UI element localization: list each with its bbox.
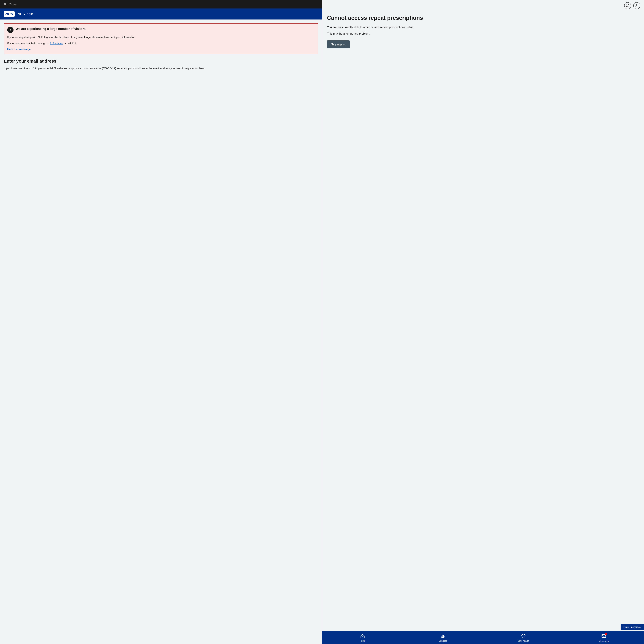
warning-body-2-suffix: or call 111. bbox=[63, 42, 77, 45]
left-panel: ✕ Close NHS NHS login ! We are experienc… bbox=[0, 0, 322, 644]
warning-icon: ! bbox=[7, 27, 14, 33]
svg-rect-6 bbox=[602, 634, 606, 638]
close-bar[interactable]: ✕ Close bbox=[0, 0, 322, 8]
services-icon bbox=[441, 634, 445, 639]
warning-title: We are experiencing a large number of vi… bbox=[16, 27, 86, 31]
help-icon bbox=[626, 4, 629, 7]
page-title: Cannot access repeat prescriptions bbox=[327, 14, 639, 21]
email-section-desc: If you have used the NHS App or other NH… bbox=[4, 66, 318, 70]
warning-body-1: If you are registering with NHS login fo… bbox=[7, 35, 314, 39]
nhs-header: NHS NHS login bbox=[0, 8, 322, 19]
profile-button[interactable] bbox=[633, 2, 640, 9]
nhs-logo: NHS bbox=[4, 11, 15, 17]
nhs111-link[interactable]: 111.nhs.uk bbox=[50, 42, 63, 45]
hide-message-link[interactable]: Hide this message bbox=[7, 48, 31, 51]
warning-body-2: If you need medical help now, go to 111.… bbox=[7, 42, 314, 46]
nav-messages-label: Messages bbox=[599, 640, 609, 642]
messages-badge bbox=[605, 633, 607, 635]
heart-icon bbox=[521, 634, 526, 639]
nav-home-label: Home bbox=[360, 640, 365, 642]
nav-item-home[interactable]: Home bbox=[322, 631, 403, 644]
help-button[interactable] bbox=[624, 2, 631, 9]
try-again-button[interactable]: Try again bbox=[327, 40, 350, 48]
profile-icon bbox=[635, 4, 638, 7]
right-panel: Cannot access repeat prescriptions You a… bbox=[322, 0, 644, 644]
page-desc-1: You are not currently able to order or v… bbox=[327, 25, 639, 30]
svg-rect-3 bbox=[362, 637, 363, 638]
nhs-login-text: NHS login bbox=[17, 12, 33, 16]
page-desc-2: This may be a temporary problem. bbox=[327, 31, 639, 36]
svg-point-2 bbox=[636, 5, 637, 6]
nav-item-your-health[interactable]: Your health bbox=[483, 631, 564, 644]
nav-items: Home Services Your health bbox=[322, 631, 644, 644]
email-section-title: Enter your email address bbox=[4, 59, 318, 64]
nav-services-label: Services bbox=[439, 640, 447, 642]
nav-item-messages[interactable]: Messages bbox=[564, 631, 644, 644]
home-icon bbox=[360, 634, 365, 639]
nav-item-services[interactable]: Services bbox=[403, 631, 483, 644]
messages-icon-wrapper bbox=[601, 634, 606, 639]
give-feedback-button[interactable]: Give Feedback bbox=[621, 624, 644, 630]
right-top-bar bbox=[322, 0, 644, 11]
warning-box: ! We are experiencing a large number of … bbox=[4, 23, 318, 54]
bottom-nav: Give Feedback Home Services bbox=[322, 631, 644, 644]
nav-health-label: Your health bbox=[518, 640, 529, 642]
right-content: Cannot access repeat prescriptions You a… bbox=[322, 11, 644, 631]
close-label: Close bbox=[8, 3, 17, 6]
close-icon: ✕ bbox=[4, 2, 7, 6]
warning-body-2-prefix: If you need medical help now, go to bbox=[7, 42, 50, 45]
